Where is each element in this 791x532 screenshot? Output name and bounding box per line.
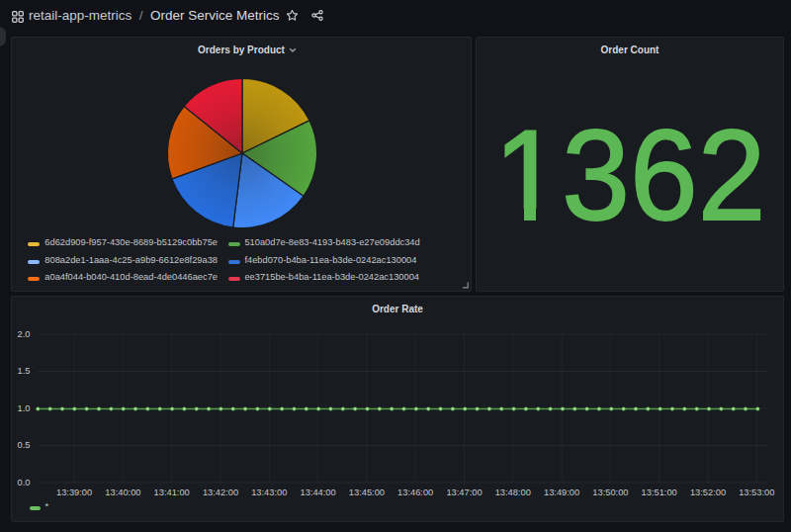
- svg-text:13:43:00: 13:43:00: [251, 488, 287, 497]
- svg-text:2.0: 2.0: [18, 329, 31, 339]
- svg-text:13:46:00: 13:46:00: [397, 488, 433, 497]
- svg-text:13:39:00: 13:39:00: [56, 488, 92, 497]
- svg-text:0.5: 0.5: [18, 440, 31, 450]
- svg-text:13:53:00: 13:53:00: [739, 488, 774, 497]
- svg-text:13:41:00: 13:41:00: [154, 488, 190, 497]
- svg-text:1.5: 1.5: [18, 366, 31, 376]
- svg-text:13:45:00: 13:45:00: [349, 488, 385, 497]
- svg-text:1.0: 1.0: [18, 403, 31, 413]
- svg-text:13:50:00: 13:50:00: [592, 488, 628, 497]
- svg-text:0.0: 0.0: [18, 478, 31, 488]
- svg-text:13:47:00: 13:47:00: [446, 488, 482, 497]
- svg-text:13:44:00: 13:44:00: [300, 488, 335, 497]
- svg-text:13:42:00: 13:42:00: [203, 488, 238, 497]
- svg-text:13:49:00: 13:49:00: [544, 488, 579, 497]
- svg-text:13:52:00: 13:52:00: [690, 488, 726, 497]
- svg-text:13:51:00: 13:51:00: [642, 488, 677, 497]
- svg-text:13:48:00: 13:48:00: [495, 488, 531, 497]
- svg-text:13:40:00: 13:40:00: [105, 488, 140, 497]
